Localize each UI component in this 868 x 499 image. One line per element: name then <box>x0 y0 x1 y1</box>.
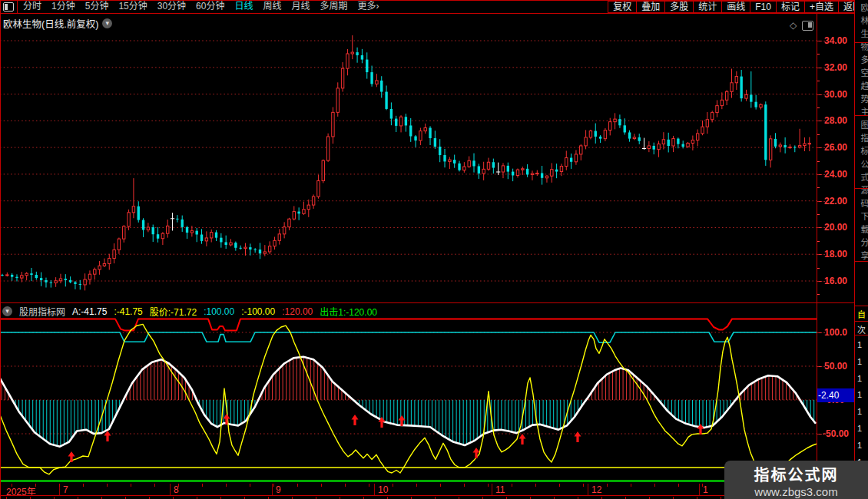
menu-item-15分钟[interactable]: 15分钟 <box>118 0 147 13</box>
sidebar-highlight-item[interactable]: 自 <box>857 308 866 320</box>
month-label: 12 <box>591 484 601 495</box>
toolbar-button-F10[interactable]: F10 <box>750 1 777 13</box>
indicator-header-segment-6: :120.00 <box>282 306 313 317</box>
menu-item-分时[interactable]: 分时 <box>23 0 41 13</box>
menu-item-多周期[interactable]: 多周期 <box>320 0 348 13</box>
sidebar-list-item[interactable]: 1 <box>857 407 862 416</box>
toolbar-button-标记[interactable]: 标记 <box>776 1 805 13</box>
month-separator <box>374 484 375 495</box>
indicator-header-segment-3: 股价:-71.72 <box>150 305 197 318</box>
layout-toggle-button[interactable] <box>0 0 18 13</box>
buy-arrow-icon <box>68 451 75 462</box>
sidebar-list-item[interactable]: 1 <box>857 441 862 450</box>
buy-arrow-icon <box>575 431 581 442</box>
menu-item-周线[interactable]: 周线 <box>263 0 281 13</box>
watermark-title: 指标公式网 <box>724 463 868 485</box>
indicator-chevron-down-icon[interactable]: ▾ <box>2 306 12 316</box>
right-sidebar-strip[interactable]: 欧林生物多空趋势主图指标公式源码下载分享 自次11111111 <box>854 0 868 499</box>
axis-separator <box>817 14 817 496</box>
top-toolbar: 分时1分钟5分钟15分钟30分钟60分钟日线周线月线多周期更多› 复权叠加多股统… <box>0 0 868 13</box>
sidebar-list-item[interactable]: 1 <box>857 424 862 433</box>
menu-item-60分钟[interactable]: 60分钟 <box>196 0 224 13</box>
indicator-header-segment-2: :-41.75 <box>114 306 142 317</box>
month-separator <box>699 484 700 495</box>
menu-item-5分钟[interactable]: 5分钟 <box>85 0 109 13</box>
month-separator <box>588 484 588 495</box>
menu-item-更多›[interactable]: 更多› <box>358 0 379 13</box>
month-separator <box>170 484 171 495</box>
indicator-header-segment-5: :-100.00 <box>241 306 275 317</box>
buy-arrow-icon <box>352 415 359 425</box>
main-candle-chart[interactable] <box>0 14 817 303</box>
month-label: 1 <box>703 484 708 495</box>
watermark-url: www.zbgs3.com <box>724 485 868 498</box>
sidebar-list-item[interactable]: 1 <box>857 357 862 366</box>
buy-arrow-icon <box>104 431 111 441</box>
clipped-bottom-text: ⎯ ⎯⎯ ⎯ <box>3 496 95 499</box>
menu-item-1分钟[interactable]: 1分钟 <box>51 0 75 13</box>
buy-arrow-icon <box>473 448 480 458</box>
indicator-header-segment-7: 出击1:-120.00 <box>320 305 377 318</box>
toolbar-button-叠加[interactable]: 叠加 <box>636 1 665 13</box>
menu-item-30分钟[interactable]: 30分钟 <box>157 0 186 13</box>
window-left-border <box>0 0 1 499</box>
watermark-box: 指标公式网 www.zbgs3.com <box>724 461 868 499</box>
toolbar-button-画线[interactable]: 画线 <box>721 1 750 13</box>
month-label: 11 <box>495 484 505 495</box>
toolbar-buttons: 复权叠加多股统计画线F10标记+自选返回 <box>608 0 867 13</box>
toolbar-button-+自选[interactable]: +自选 <box>804 1 839 13</box>
toolbar-button-复权[interactable]: 复权 <box>608 1 637 13</box>
toolbar-button-多股[interactable]: 多股 <box>664 1 694 13</box>
buy-arrow-icon <box>519 434 526 444</box>
menu-item-月线[interactable]: 月线 <box>292 0 310 13</box>
window-top-border <box>0 0 868 1</box>
toolbar-button-统计[interactable]: 统计 <box>693 1 722 13</box>
month-label: 7 <box>63 484 68 495</box>
trading-app-window: 分时1分钟5分钟15分钟30分钟60分钟日线周线月线多周期更多› 复权叠加多股统… <box>0 0 868 499</box>
indicator-header-segment-0: 股朋指标网 <box>19 305 65 318</box>
month-label: 10 <box>378 484 388 495</box>
indicator-header-segment-1: A:-41.75 <box>72 306 107 317</box>
indicator-chart[interactable] <box>0 317 817 482</box>
sidebar-list-item[interactable]: 1 <box>857 340 862 349</box>
sidebar-list-item[interactable]: 1 <box>857 390 862 399</box>
month-separator <box>492 484 492 495</box>
menu-item-日线[interactable]: 日线 <box>234 0 253 13</box>
current-value-badge: -2.40 <box>817 388 854 402</box>
month-separator <box>272 484 273 495</box>
indicator-top-border <box>0 302 854 303</box>
layout-icon <box>3 2 14 12</box>
sidebar-list-item[interactable]: 1 <box>857 374 862 383</box>
toolbar-menu: 分时1分钟5分钟15分钟30分钟60分钟日线周线月线多周期更多› <box>23 0 379 13</box>
indicator-header: ▾ 股朋指标网A:-41.75:-41.75股价:-71.72:100.00:-… <box>2 305 377 318</box>
month-label: 9 <box>276 484 281 495</box>
indicator-header-segment-4: :100.00 <box>204 306 234 317</box>
